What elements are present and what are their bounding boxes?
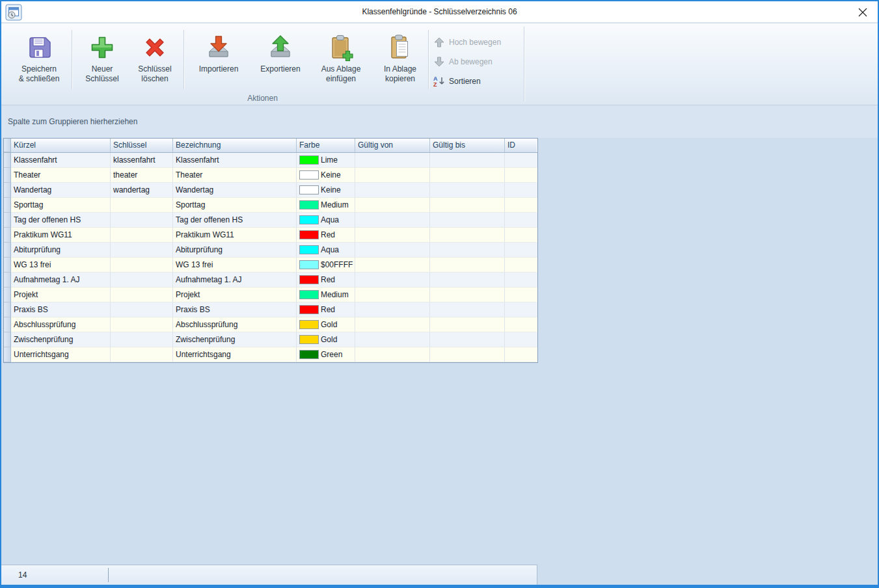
cell-kurzel[interactable]: Klassenfahrt [11, 153, 111, 168]
row-indicator[interactable] [4, 273, 11, 287]
table-row[interactable]: Aufnahmetag 1. AJAufnahmetag 1. AJRed [4, 273, 537, 287]
cell-gueltig_von[interactable] [355, 273, 430, 287]
cell-farbe[interactable]: Medium [297, 198, 355, 213]
row-indicator[interactable] [4, 302, 11, 317]
delete-key-button[interactable]: Schlüssel löschen [129, 28, 181, 102]
cell-farbe[interactable]: Red [297, 302, 355, 317]
cell-id[interactable] [505, 168, 537, 183]
cell-gueltig_bis[interactable] [430, 347, 505, 362]
column-header[interactable]: Farbe [297, 139, 355, 152]
cell-bezeichnung[interactable]: Praxis BS [173, 302, 297, 317]
cell-schluessel[interactable] [111, 213, 173, 228]
cell-farbe[interactable]: $00FFFF [297, 258, 355, 273]
cell-schluessel[interactable] [111, 302, 173, 317]
column-header[interactable]: Bezeichnung [173, 139, 297, 152]
cell-schluessel[interactable] [111, 258, 173, 273]
group-by-panel[interactable]: Spalte zum Gruppieren hierherziehen [1, 105, 878, 138]
column-header[interactable]: Gültig von [355, 139, 430, 152]
table-row[interactable]: Tag der offenen HSTag der offenen HSAqua [4, 213, 537, 228]
cell-gueltig_bis[interactable] [430, 243, 505, 258]
cell-gueltig_von[interactable] [355, 287, 430, 302]
paste-from-clipboard-button[interactable]: Aus Ablage einfügen [312, 28, 370, 102]
cell-gueltig_bis[interactable] [430, 228, 505, 243]
cell-schluessel[interactable] [111, 243, 173, 258]
table-row[interactable]: ZwischenprüfungZwischenprüfungGold [4, 332, 537, 347]
cell-id[interactable] [505, 198, 537, 213]
table-row[interactable]: SporttagSporttagMedium [4, 198, 537, 213]
cell-schluessel[interactable] [111, 198, 173, 213]
cell-gueltig_von[interactable] [355, 183, 430, 198]
row-indicator[interactable] [4, 183, 11, 198]
table-row[interactable]: KlassenfahrtklassenfahrtKlassenfahrtLime [4, 153, 537, 168]
cell-gueltig_von[interactable] [355, 198, 430, 213]
new-key-button[interactable]: Neuer Schlüssel [77, 28, 128, 102]
cell-schluessel[interactable] [111, 317, 173, 332]
cell-farbe[interactable]: Lime [297, 153, 355, 168]
cell-id[interactable] [505, 213, 537, 228]
cell-farbe[interactable]: Medium [297, 287, 355, 302]
cell-schluessel[interactable] [111, 273, 173, 287]
table-row[interactable]: WG 13 freiWG 13 frei$00FFFF [4, 258, 537, 273]
row-indicator[interactable] [4, 332, 11, 347]
copy-to-clipboard-button[interactable]: In Ablage kopieren [373, 28, 427, 102]
row-indicator[interactable] [4, 317, 11, 332]
cell-kurzel[interactable]: Wandertag [11, 183, 111, 198]
cell-farbe[interactable]: Gold [297, 317, 355, 332]
save-close-button[interactable]: Speichern & schließen [9, 28, 69, 102]
cell-kurzel[interactable]: Abiturprüfung [11, 243, 111, 258]
row-indicator[interactable] [4, 213, 11, 228]
cell-bezeichnung[interactable]: Abiturprüfung [173, 243, 297, 258]
row-indicator[interactable] [4, 198, 11, 213]
table-row[interactable]: Praxis BSPraxis BSRed [4, 302, 537, 317]
cell-gueltig_bis[interactable] [430, 332, 505, 347]
table-row[interactable]: AbschlussprüfungAbschlussprüfungGold [4, 317, 537, 332]
column-header[interactable]: Kürzel [11, 139, 111, 152]
cell-schluessel[interactable] [111, 228, 173, 243]
cell-kurzel[interactable]: Abschlussprüfung [11, 317, 111, 332]
cell-bezeichnung[interactable]: Aufnahmetag 1. AJ [173, 273, 297, 287]
row-indicator[interactable] [4, 228, 11, 243]
row-indicator[interactable] [4, 243, 11, 258]
cell-kurzel[interactable]: Theater [11, 168, 111, 183]
cell-farbe[interactable]: Red [297, 228, 355, 243]
cell-kurzel[interactable]: Praktikum WG11 [11, 228, 111, 243]
table-row[interactable]: Praktikum WG11Praktikum WG11Red [4, 228, 537, 243]
cell-farbe[interactable]: Aqua [297, 243, 355, 258]
cell-id[interactable] [505, 273, 537, 287]
cell-kurzel[interactable]: Unterrichtsgang [11, 347, 111, 362]
cell-kurzel[interactable]: WG 13 frei [11, 258, 111, 273]
cell-gueltig_von[interactable] [355, 228, 430, 243]
column-header[interactable]: Schlüssel [111, 139, 173, 152]
cell-gueltig_von[interactable] [355, 302, 430, 317]
cell-id[interactable] [505, 243, 537, 258]
cell-gueltig_bis[interactable] [430, 183, 505, 198]
cell-bezeichnung[interactable]: Projekt [173, 287, 297, 302]
cell-farbe[interactable]: Red [297, 273, 355, 287]
cell-bezeichnung[interactable]: Zwischenprüfung [173, 332, 297, 347]
cell-gueltig_von[interactable] [355, 213, 430, 228]
cell-gueltig_bis[interactable] [430, 273, 505, 287]
cell-schluessel[interactable] [111, 287, 173, 302]
cell-id[interactable] [505, 153, 537, 168]
cell-gueltig_von[interactable] [355, 347, 430, 362]
cell-kurzel[interactable]: Tag der offenen HS [11, 213, 111, 228]
cell-bezeichnung[interactable]: Tag der offenen HS [173, 213, 297, 228]
row-indicator[interactable] [4, 153, 11, 168]
cell-bezeichnung[interactable]: Abschlussprüfung [173, 317, 297, 332]
cell-bezeichnung[interactable]: Theater [173, 168, 297, 183]
cell-schluessel[interactable]: wandertag [111, 183, 173, 198]
move-down-button[interactable]: Ab bewegen [433, 53, 493, 70]
row-indicator[interactable] [4, 258, 11, 273]
cell-schluessel[interactable] [111, 332, 173, 347]
cell-id[interactable] [505, 332, 537, 347]
cell-id[interactable] [505, 302, 537, 317]
cell-gueltig_bis[interactable] [430, 168, 505, 183]
row-indicator[interactable] [4, 287, 11, 302]
import-button[interactable]: Importieren [190, 28, 247, 102]
column-header[interactable]: Gültig bis [430, 139, 505, 152]
cell-bezeichnung[interactable]: WG 13 frei [173, 258, 297, 273]
cell-gueltig_bis[interactable] [430, 317, 505, 332]
cell-bezeichnung[interactable]: Praktikum WG11 [173, 228, 297, 243]
cell-id[interactable] [505, 228, 537, 243]
cell-id[interactable] [505, 287, 537, 302]
